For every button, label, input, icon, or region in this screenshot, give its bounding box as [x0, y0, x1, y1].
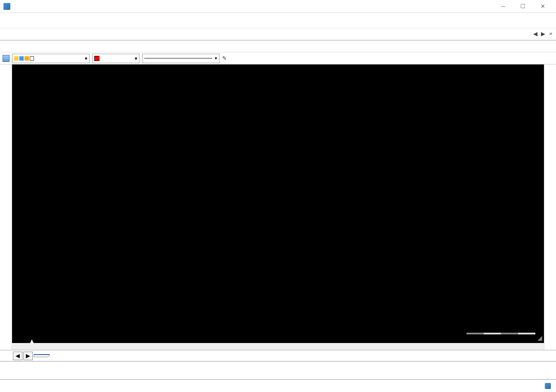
horizontal-scrollbar[interactable] [12, 343, 544, 350]
tab-next-icon[interactable]: ▶ [540, 30, 547, 37]
modify-toolbar [544, 64, 556, 350]
app-icon [3, 3, 10, 10]
document-tabs: ◀ ▶ × [0, 28, 556, 40]
drawing-svg [12, 64, 544, 336]
tab-close-icon[interactable]: × [547, 30, 554, 37]
close-button[interactable]: ✕ [533, 0, 553, 13]
color-dropdown[interactable]: ▾ [92, 54, 139, 63]
minimize-button[interactable]: ─ [493, 0, 513, 13]
titlebar: ─ ☐ ✕ [0, 0, 556, 13]
svg-marker-3 [30, 340, 34, 343]
model-tab[interactable] [34, 354, 50, 357]
tab-nav: ◀ ▶ × [532, 30, 554, 37]
layer-manager-icon[interactable] [3, 55, 9, 62]
canvas-area: ◢ [12, 64, 544, 350]
menubar [0, 13, 556, 28]
layout-next-button[interactable]: ▶ [23, 352, 33, 360]
resize-grip-icon[interactable]: ◢ [537, 334, 542, 341]
drawing-canvas[interactable]: ◢ [12, 64, 544, 343]
properties-toolbar: ▾ ▾ ▾ ✎ [0, 52, 556, 64]
layout-prev-button[interactable]: ◀ [13, 352, 22, 360]
scale-ruler [466, 332, 535, 335]
layer-dropdown[interactable]: ▾ [12, 54, 90, 63]
brand-label [545, 383, 553, 389]
tab-prev-icon[interactable]: ◀ [532, 30, 539, 37]
brand-icon [545, 383, 551, 389]
standard-toolbar [0, 40, 556, 52]
layout-tabs: ◀ ▶ [0, 350, 556, 361]
draw-toolbar [0, 64, 12, 350]
maximize-button[interactable]: ☐ [513, 0, 533, 13]
status-bar [0, 379, 556, 392]
brush-icon[interactable]: ✎ [222, 55, 227, 61]
lineweight-dropdown[interactable]: ▾ [142, 54, 219, 63]
workspace: ◢ [0, 64, 556, 350]
color-swatch-icon [94, 56, 99, 61]
command-window[interactable] [0, 361, 556, 379]
